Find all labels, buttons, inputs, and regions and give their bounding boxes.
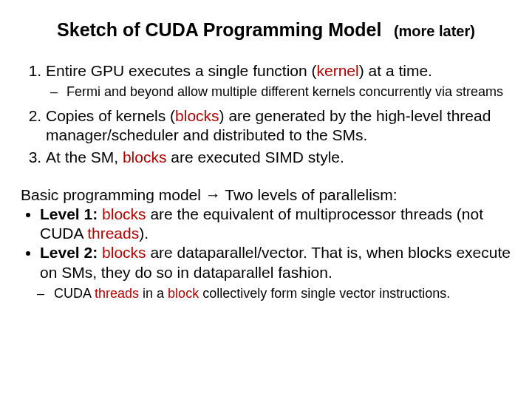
list-item: Copies of kernels (blocks) are generated…: [46, 106, 511, 146]
keyword-blocks: blocks: [102, 205, 146, 222]
list-item: Level 1: blocks are the equivalent of mu…: [40, 205, 511, 244]
paragraph: Basic programming model → Two levels of …: [21, 185, 511, 302]
text: are executed SIMD style.: [166, 149, 344, 166]
keyword-blocks: blocks: [123, 149, 167, 166]
title-sub: (more later): [394, 23, 475, 39]
slide-body: Entire GPU executes a single function (k…: [21, 61, 511, 301]
text: collectively form single vector instruct…: [199, 286, 450, 301]
slide: Sketch of CUDA Programming Model (more l…: [0, 0, 532, 399]
text: Copies of kernels (: [46, 107, 175, 124]
numbered-list: Entire GPU executes a single function (k…: [21, 61, 511, 168]
keyword-threads: threads: [95, 286, 139, 301]
list-item: Level 2: blocks are dataparallel/vector.…: [40, 243, 511, 282]
keyword-block: block: [168, 286, 199, 301]
arrow-icon: →: [205, 186, 221, 203]
bullet-list: Level 1: blocks are the equivalent of mu…: [21, 205, 511, 282]
list-item: Entire GPU executes a single function (k…: [46, 61, 511, 100]
title-main: Sketch of CUDA Programming Model: [57, 19, 381, 40]
text: Two levels of parallelism:: [221, 186, 398, 203]
text: ).: [139, 225, 149, 242]
text: ) at a time.: [359, 62, 432, 79]
text: Entire GPU executes a single function (: [46, 62, 317, 79]
sub-list-item: Fermi and beyond allow multiple differen…: [66, 83, 511, 100]
level-label: Level 1:: [40, 205, 98, 222]
keyword-threads: threads: [87, 225, 139, 242]
level-label: Level 2:: [40, 244, 98, 261]
keyword-kernel: kernel: [317, 62, 359, 79]
keyword-blocks: blocks: [175, 107, 219, 124]
sub-list: CUDA threads in a block collectively for…: [21, 285, 511, 302]
list-item: At the SM, blocks are executed SIMD styl…: [46, 148, 511, 167]
sub-list: Fermi and beyond allow multiple differen…: [46, 83, 511, 100]
keyword-blocks: blocks: [102, 244, 146, 261]
text: in a: [139, 286, 168, 301]
slide-title: Sketch of CUDA Programming Model (more l…: [21, 19, 511, 41]
text: CUDA: [54, 286, 95, 301]
text: Basic programming model: [21, 186, 205, 203]
text: At the SM,: [46, 149, 123, 166]
sub-list-item: CUDA threads in a block collectively for…: [50, 285, 511, 302]
